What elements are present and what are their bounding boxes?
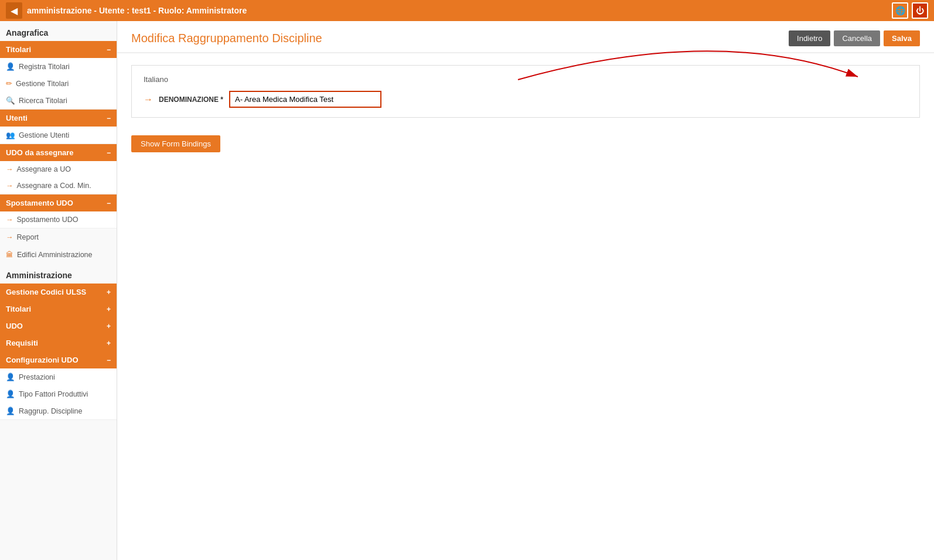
arrow-icon: → bbox=[6, 233, 13, 241]
search-icon: 🔍 bbox=[6, 96, 15, 105]
sidebar-group-udo-assegnare-label: UDO da assegnare bbox=[6, 148, 74, 157]
sidebar-group-label: Requisiti bbox=[6, 339, 38, 347]
sidebar-item-gestione-titolari[interactable]: ✏ Gestione Titolari bbox=[0, 75, 117, 92]
spostamento-udo-toggle-icon: − bbox=[107, 199, 111, 207]
topbar-icons: 🌐 ⏻ bbox=[892, 2, 928, 19]
annotation-overlay: Italiano → DENOMINAZIONE * bbox=[131, 65, 920, 118]
sidebar-group-utenti[interactable]: Utenti − bbox=[0, 110, 117, 127]
sidebar-link-label: Report bbox=[17, 233, 39, 241]
main-content: Modifica Raggruppamento Discipline Indie… bbox=[117, 21, 934, 560]
content-body: Italiano → DENOMINAZIONE * bbox=[117, 53, 934, 164]
sidebar-item-label: Tipo Fattori Produttivi bbox=[19, 390, 88, 398]
topbar: ◀ amministrazione - Utente : test1 - Ruo… bbox=[0, 0, 934, 21]
indietro-button[interactable]: Indietro bbox=[789, 30, 830, 46]
sidebar-group-configurazioni-udo[interactable]: Configurazioni UDO − bbox=[0, 351, 117, 368]
header-buttons: Indietro Cancella Salva bbox=[789, 30, 920, 46]
sidebar-item-label: Assegnare a Cod. Min. bbox=[17, 182, 91, 190]
sidebar-item-raggrup-discipline[interactable]: 👤 Raggrup. Discipline bbox=[0, 402, 117, 419]
sidebar-group-gestione-codici-ulss[interactable]: Gestione Codici ULSS + bbox=[0, 284, 117, 301]
sidebar-item-label: Spostamento UDO bbox=[17, 216, 79, 224]
toggle-icon: − bbox=[107, 356, 111, 364]
globe-icon: 🌐 bbox=[895, 6, 905, 15]
show-form-bindings-button[interactable]: Show Form Bindings bbox=[131, 135, 220, 152]
sidebar-item-gestione-utenti[interactable]: 👥 Gestione Utenti bbox=[0, 127, 117, 144]
titolari-toggle-icon: − bbox=[107, 46, 111, 54]
toggle-icon: + bbox=[107, 305, 111, 313]
sidebar-group-titolari[interactable]: Titolari − bbox=[0, 41, 117, 58]
sidebar-group-titolari-admin[interactable]: Titolari + bbox=[0, 301, 117, 317]
form-arrow-icon: → bbox=[144, 94, 153, 105]
sidebar-group-label: Gestione Codici ULSS bbox=[6, 288, 86, 296]
power-icon: ⏻ bbox=[916, 6, 924, 15]
users-icon: 👥 bbox=[6, 131, 15, 139]
sidebar-group-label: Titolari bbox=[6, 305, 31, 313]
form-card: Italiano → DENOMINAZIONE * bbox=[131, 65, 920, 118]
sidebar-item-label: Registra Titolari bbox=[19, 63, 70, 71]
sidebar-item-label: Gestione Utenti bbox=[19, 131, 69, 139]
power-button[interactable]: ⏻ bbox=[912, 2, 928, 19]
form-row: → DENOMINAZIONE * bbox=[144, 91, 908, 108]
sidebar-group-spostamento-udo[interactable]: Spostamento UDO − bbox=[0, 194, 117, 211]
amministrazione-section-title: Amministrazione bbox=[0, 264, 117, 284]
udo-assegnare-toggle-icon: − bbox=[107, 149, 111, 157]
sidebar-item-assegnare-uo[interactable]: → Assegnare a UO bbox=[0, 161, 117, 177]
sidebar-item-ricerca-titolari[interactable]: 🔍 Ricerca Titolari bbox=[0, 92, 117, 109]
sidebar-item-prestazioni[interactable]: 👤 Prestazioni bbox=[0, 368, 117, 385]
sidebar-group-spostamento-udo-label: Spostamento UDO bbox=[6, 199, 73, 207]
denominazione-input[interactable] bbox=[229, 91, 381, 108]
toggle-icon: + bbox=[107, 339, 111, 347]
user-icon: 👤 bbox=[6, 407, 15, 415]
sidebar-item-label: Prestazioni bbox=[19, 373, 55, 381]
topbar-back-button[interactable]: ◀ bbox=[6, 2, 22, 19]
sidebar: Anagrafica Titolari − 👤 Registra Titolar… bbox=[0, 21, 117, 560]
sidebar-group-label: Configurazioni UDO bbox=[6, 356, 79, 364]
anagrafica-section-title: Anagrafica bbox=[0, 21, 117, 41]
titolari-items: 👤 Registra Titolari ✏ Gestione Titolari … bbox=[0, 58, 117, 110]
sidebar-item-label: Assegnare a UO bbox=[17, 165, 71, 173]
sidebar-group-utenti-label: Utenti bbox=[6, 114, 28, 122]
utenti-items: 👥 Gestione Utenti bbox=[0, 127, 117, 144]
content-header: Modifica Raggruppamento Discipline Indie… bbox=[117, 21, 934, 53]
arrow-icon: → bbox=[6, 165, 13, 173]
cancella-button[interactable]: Cancella bbox=[834, 30, 880, 46]
utenti-toggle-icon: − bbox=[107, 114, 111, 122]
sidebar-link-label: Edifici Amministrazione bbox=[17, 251, 93, 259]
sidebar-group-udo-assegnare[interactable]: UDO da assegnare − bbox=[0, 144, 117, 161]
sidebar-item-edifici-amministrazione[interactable]: 🏛 Edifici Amministrazione bbox=[0, 246, 117, 264]
sidebar-group-titolari-label: Titolari bbox=[6, 45, 31, 54]
user-icon: 👤 bbox=[6, 390, 15, 398]
user-icon: 👤 bbox=[6, 62, 15, 71]
salva-button[interactable]: Salva bbox=[884, 30, 920, 46]
layout: Anagrafica Titolari − 👤 Registra Titolar… bbox=[0, 21, 934, 560]
udo-assegnare-items: → Assegnare a UO → Assegnare a Cod. Min. bbox=[0, 161, 117, 194]
back-arrow-icon: ◀ bbox=[11, 5, 18, 16]
building-icon: 🏛 bbox=[6, 251, 13, 259]
sidebar-item-assegnare-cod-min[interactable]: → Assegnare a Cod. Min. bbox=[0, 177, 117, 194]
form-tab-label: Italiano bbox=[144, 75, 908, 84]
sidebar-item-report[interactable]: → Report bbox=[0, 228, 117, 246]
sidebar-group-requisiti[interactable]: Requisiti + bbox=[0, 334, 117, 351]
sidebar-item-label: Gestione Titolari bbox=[16, 80, 69, 88]
toggle-icon: + bbox=[107, 322, 111, 330]
arrow-icon: → bbox=[6, 216, 13, 224]
sidebar-item-label: Ricerca Titolari bbox=[19, 97, 67, 105]
globe-button[interactable]: 🌐 bbox=[892, 2, 908, 19]
sidebar-group-udo-admin[interactable]: UDO + bbox=[0, 317, 117, 334]
user-icon: 👤 bbox=[6, 373, 15, 381]
arrow-icon: → bbox=[6, 182, 13, 190]
sidebar-item-registra-titolari[interactable]: 👤 Registra Titolari bbox=[0, 58, 117, 75]
sidebar-item-spostamento-udo[interactable]: → Spostamento UDO bbox=[0, 211, 117, 228]
toggle-icon: + bbox=[107, 288, 111, 296]
field-label: DENOMINAZIONE * bbox=[159, 95, 223, 104]
edit-icon: ✏ bbox=[6, 79, 12, 88]
sidebar-item-label: Raggrup. Discipline bbox=[19, 407, 82, 415]
sidebar-group-label: UDO bbox=[6, 322, 23, 330]
page-title: Modifica Raggruppamento Discipline bbox=[131, 32, 322, 45]
sidebar-item-tipo-fattori-produttivi[interactable]: 👤 Tipo Fattori Produttivi bbox=[0, 385, 117, 402]
configurazioni-udo-items: 👤 Prestazioni 👤 Tipo Fattori Produttivi … bbox=[0, 368, 117, 420]
spostamento-udo-items: → Spostamento UDO bbox=[0, 211, 117, 228]
topbar-title: amministrazione - Utente : test1 - Ruolo… bbox=[27, 6, 887, 15]
